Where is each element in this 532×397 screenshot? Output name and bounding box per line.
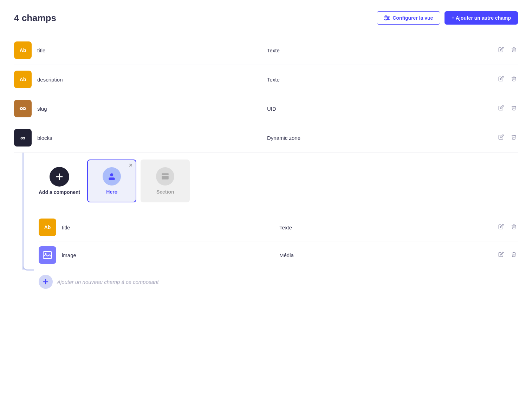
svg-point-4	[387, 17, 389, 19]
hero-close-button[interactable]: ✕	[129, 162, 133, 168]
add-field-circle-button[interactable]	[39, 275, 53, 289]
field-actions-slug	[497, 104, 518, 113]
delete-title-button[interactable]	[510, 45, 518, 55]
delete-sub-image-button[interactable]	[510, 250, 518, 260]
section-card-label: Section	[156, 189, 174, 195]
pencil-icon-slug	[498, 105, 504, 111]
configure-icon	[384, 15, 390, 20]
plus-icon-add-field	[43, 279, 48, 285]
header-actions: Configurer la vue + Ajouter un autre cha…	[377, 11, 518, 25]
delete-description-button[interactable]	[510, 74, 518, 84]
delete-sub-title-button[interactable]	[510, 222, 518, 232]
add-component-label: Add a component	[39, 189, 80, 195]
field-name-title: title	[37, 47, 267, 53]
hero-card-label: Hero	[106, 189, 117, 195]
trash-icon-desc	[511, 76, 517, 82]
field-actions-blocks	[497, 133, 518, 143]
sub-field-type-image: Média	[279, 252, 497, 258]
add-field-row: Ajouter un nouveau champ à ce composant	[39, 269, 518, 294]
field-name-description: description	[37, 77, 267, 83]
sub-field-name-title: title	[62, 224, 279, 230]
field-actions-description	[497, 74, 518, 84]
pencil-icon	[498, 47, 504, 52]
field-icon-description: Ab	[14, 71, 32, 88]
hero-person-icon	[107, 172, 116, 181]
configure-view-label: Configurer la vue	[392, 15, 433, 21]
add-field-button[interactable]: + Ajouter un autre champ	[445, 11, 518, 25]
add-field-placeholder-text: Ajouter un nouveau champ à ce composant	[57, 279, 158, 285]
edit-slug-button[interactable]	[497, 104, 505, 113]
field-name-slug: slug	[37, 106, 267, 112]
pencil-icon-sub-image	[498, 252, 504, 257]
field-type-description: Texte	[267, 77, 497, 83]
field-row-slug: slug UID	[14, 94, 518, 123]
field-icon-label: Ab	[20, 47, 26, 53]
hero-sub-fields: Ab title Texte image	[39, 214, 518, 269]
dynamic-zone-section: Add a component ✕ Hero	[14, 152, 518, 294]
edit-sub-image-button[interactable]	[497, 250, 505, 260]
edit-blocks-button[interactable]	[497, 133, 505, 143]
field-icon-blocks: ∞	[14, 129, 32, 147]
page-header: 4 champs Configurer la vue + Ajouter un …	[14, 11, 518, 25]
add-component-circle	[50, 167, 69, 187]
add-component-button[interactable]: Add a component	[39, 167, 80, 195]
hero-icon-circle	[103, 167, 121, 186]
trash-icon-sub-image	[511, 252, 517, 257]
svg-point-3	[385, 15, 387, 17]
edit-description-button[interactable]	[497, 74, 505, 84]
field-type-title: Texte	[267, 47, 497, 53]
trash-icon-sub-title	[511, 224, 517, 229]
sub-field-actions-image	[497, 250, 518, 260]
sub-field-row-title: Ab title Texte	[39, 214, 518, 241]
media-icon	[43, 251, 52, 259]
fields-list: Ab title Texte Ab description Texte	[14, 36, 518, 152]
delete-slug-button[interactable]	[510, 104, 518, 113]
pencil-icon-sub-title	[498, 224, 504, 229]
field-row-title: Ab title Texte	[14, 36, 518, 65]
trash-icon-blocks	[511, 134, 517, 140]
field-icon-label-desc: Ab	[20, 77, 26, 82]
field-type-slug: UID	[267, 106, 497, 112]
svg-rect-12	[109, 177, 115, 180]
section-icon-circle	[156, 167, 174, 186]
sub-field-actions-title	[497, 222, 518, 232]
svg-rect-13	[162, 173, 169, 175]
section-layout-icon	[161, 172, 170, 181]
component-card-section[interactable]: Section	[141, 160, 190, 202]
field-icon-slug	[14, 100, 32, 117]
plus-icon	[55, 173, 64, 181]
pencil-icon-desc	[498, 76, 504, 82]
svg-point-7	[23, 108, 25, 110]
timeline-curve	[22, 262, 34, 271]
field-row-description: Ab description Texte	[14, 65, 518, 94]
component-selector-area: Add a component ✕ Hero	[39, 152, 518, 209]
edit-sub-title-button[interactable]	[497, 222, 505, 232]
delete-blocks-button[interactable]	[510, 133, 518, 143]
svg-rect-14	[162, 176, 169, 180]
component-card-hero[interactable]: ✕ Hero	[87, 160, 136, 202]
sub-field-icon-image	[39, 246, 56, 264]
trash-icon	[511, 47, 517, 52]
field-type-blocks: Dynamic zone	[267, 135, 497, 141]
infinity-icon: ∞	[20, 134, 25, 142]
page-title: 4 champs	[14, 13, 56, 24]
sub-field-row-image: image Média	[39, 241, 518, 269]
uid-icon	[19, 104, 27, 113]
sub-field-icon-title: Ab	[39, 219, 56, 236]
field-row-blocks: ∞ blocks Dynamic zone	[14, 123, 518, 152]
edit-title-button[interactable]	[497, 45, 505, 55]
svg-point-5	[385, 19, 387, 20]
sub-field-type-title: Texte	[279, 224, 497, 230]
component-cards: ✕ Hero Section	[87, 160, 190, 202]
field-icon-title: Ab	[14, 41, 32, 59]
add-field-label: + Ajouter un autre champ	[452, 15, 511, 21]
sub-field-icon-label-title: Ab	[44, 224, 51, 230]
configure-view-button[interactable]: Configurer la vue	[377, 11, 440, 25]
field-actions-title	[497, 45, 518, 55]
sub-field-name-image: image	[62, 252, 279, 258]
svg-point-6	[20, 108, 22, 110]
svg-point-11	[110, 173, 113, 176]
timeline-line	[22, 152, 24, 270]
svg-rect-15	[43, 252, 52, 259]
field-name-blocks: blocks	[37, 135, 267, 141]
